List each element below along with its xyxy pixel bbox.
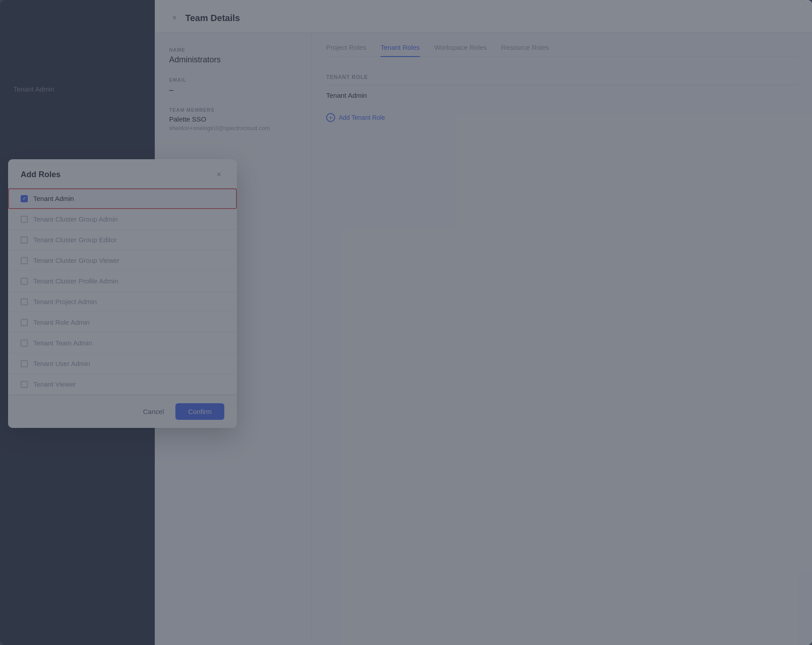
modal-overlay — [0, 0, 812, 645]
